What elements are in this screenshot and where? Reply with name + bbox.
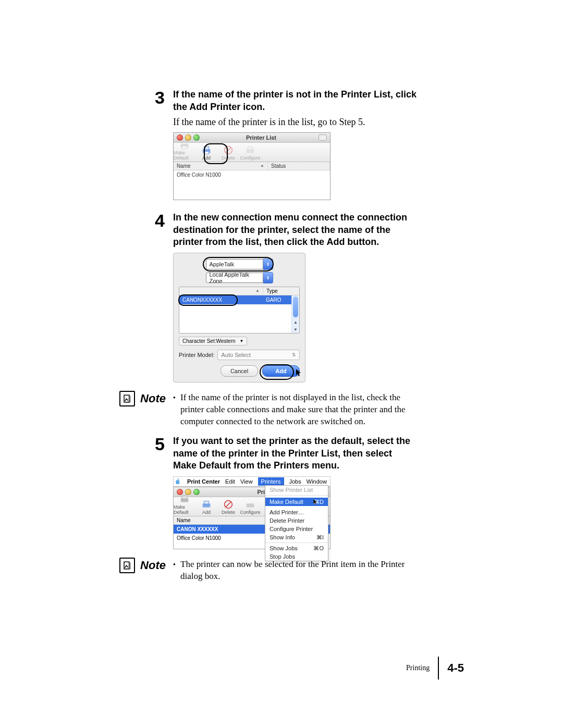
make-default-button[interactable]: Make Default (174, 496, 195, 516)
printer-model-value: Auto Select (221, 352, 250, 358)
cursor-icon (313, 499, 319, 506)
printer-config-icon (244, 145, 256, 155)
figure-make-default-menu: Print Center Edit View Printers Jobs Win… (173, 476, 417, 549)
sort-arrow-icon: ▲ (260, 163, 264, 169)
printer-list-row-selected[interactable]: CANONXXXXXX GARO (179, 295, 299, 304)
menu-configure-printer[interactable]: Configure Printer (265, 525, 328, 533)
window-menu[interactable]: Window (307, 478, 327, 485)
svg-rect-4 (204, 146, 209, 150)
svg-marker-13 (266, 278, 269, 279)
step-number: 4 (26, 212, 165, 382)
note-1: Note If the name of the printer is not d… (26, 392, 537, 428)
dropdown-button[interactable] (263, 272, 273, 283)
svg-rect-5 (204, 152, 209, 154)
column-header-name[interactable]: Name (177, 163, 191, 169)
scroll-thumb[interactable] (293, 297, 298, 317)
menu-label: Make Default (270, 499, 303, 505)
cancel-button[interactable]: Cancel (221, 365, 258, 377)
svg-rect-16 (182, 496, 187, 499)
printers-menu[interactable]: Printers (258, 477, 284, 486)
configure-button[interactable]: Configure (239, 142, 261, 162)
printer-model-select[interactable]: Auto Select ⇅ (217, 350, 300, 360)
note-1-text: If the name of the printer is not displa… (173, 392, 417, 428)
delete-button[interactable]: Delete (217, 142, 239, 162)
svg-rect-21 (247, 503, 254, 507)
toolbar-label: Delete (222, 155, 235, 161)
apple-menu-icon[interactable] (176, 478, 182, 485)
cancel-label: Cancel (230, 368, 248, 374)
chevron-down-icon: ▼ (240, 339, 244, 343)
menu-label: Stop Jobs (270, 553, 295, 560)
toolbar-toggle-button[interactable] (319, 134, 327, 141)
scroll-down-icon[interactable]: ▼ (292, 326, 299, 333)
toolbar-label: Make Default (174, 150, 195, 161)
note-2-text: The printer can now be selected for the … (173, 559, 417, 583)
menu-make-default[interactable]: Make Default ⌘D (265, 498, 328, 506)
printer-config-icon (244, 499, 256, 510)
add-printer-button[interactable]: Add (195, 142, 217, 162)
charset-dropdown[interactable]: Character Set:Western ▼ (179, 337, 247, 346)
menu-delete-printer[interactable]: Delete Printer (265, 516, 328, 525)
menu-label: Add Printer… (270, 509, 304, 515)
step-number: 3 (26, 89, 165, 200)
menu-label: Show Printer List (270, 487, 313, 493)
svg-rect-2 (182, 146, 187, 149)
column-header-status[interactable]: Status (268, 162, 330, 170)
make-default-button[interactable]: Make Default (174, 142, 195, 162)
toolbar-label: Configure (240, 510, 260, 515)
menu-show-info[interactable]: Show Info ⌘I (265, 533, 328, 541)
scroll-up-icon[interactable]: ▲ (292, 318, 299, 326)
zoom-button[interactable] (193, 134, 200, 141)
footer-divider (438, 657, 439, 680)
menu-show-printer-list[interactable]: Show Printer List (265, 486, 328, 494)
no-entry-icon (223, 499, 234, 510)
menu-label: Show Info (270, 534, 295, 540)
step-4: 4 In the new connection menu connect the… (26, 212, 537, 382)
toolbar-label: Delete (222, 510, 235, 515)
step-number: 5 (26, 435, 165, 549)
zone-select[interactable]: Local AppleTalk Zone (206, 273, 263, 283)
menu-add-printer[interactable]: Add Printer… (265, 508, 328, 516)
menu-stop-jobs[interactable]: Stop Jobs (265, 552, 328, 561)
footer-section: Printing (406, 664, 430, 672)
delete-button[interactable]: Delete (217, 496, 239, 516)
no-entry-icon (223, 145, 234, 155)
connection-select[interactable]: AppleTalk (206, 259, 263, 269)
menu-shortcut: ⌘I (316, 534, 324, 541)
step-body: In the new connection menu connect the c… (173, 212, 537, 382)
menu-label: Delete Printer (270, 517, 304, 524)
menu-show-jobs[interactable]: Show Jobs ⌘O (265, 544, 328, 552)
note-label: Note (140, 392, 166, 405)
sort-arrow-icon: ▲ (255, 288, 260, 294)
menu-shortcut: ⌘O (313, 545, 324, 552)
svg-marker-11 (266, 265, 269, 266)
toolbar-label: Configure (240, 155, 260, 161)
menu-separator (265, 542, 328, 543)
svg-marker-10 (266, 263, 269, 264)
menu-label: Configure Printer (270, 526, 313, 532)
jobs-menu[interactable]: Jobs (289, 478, 301, 485)
printer-row[interactable]: Office Color N1000 (174, 170, 330, 179)
svg-line-7 (226, 147, 230, 152)
step-5: 5 If you want to set the printer as the … (26, 435, 537, 549)
cursor-icon (296, 369, 302, 377)
column-header-type[interactable]: Type (263, 287, 281, 295)
app-menu[interactable]: Print Center (187, 478, 220, 485)
step-4-text: In the new connection menu connect the c… (173, 212, 417, 249)
menu-separator (265, 495, 328, 496)
scrollbar[interactable]: ▲ ▼ (291, 295, 299, 333)
configure-button[interactable]: Configure (239, 496, 261, 516)
svg-marker-12 (266, 276, 269, 277)
note-2: Note The printer can now be selected for… (26, 559, 537, 583)
charset-label: Character Set:Western (182, 338, 236, 344)
step-body: If you want to set the printer as the de… (173, 435, 537, 549)
add-printer-button[interactable]: Add (195, 496, 217, 516)
svg-rect-1 (182, 141, 187, 144)
add-label: Add (275, 368, 286, 374)
dropdown-button[interactable] (263, 258, 273, 270)
add-button[interactable]: Add (262, 365, 300, 377)
edit-menu[interactable]: Edit (225, 478, 235, 485)
toolbar-label: Make Default (174, 504, 195, 515)
zoom-button[interactable] (193, 489, 200, 495)
view-menu[interactable]: View (240, 478, 253, 485)
